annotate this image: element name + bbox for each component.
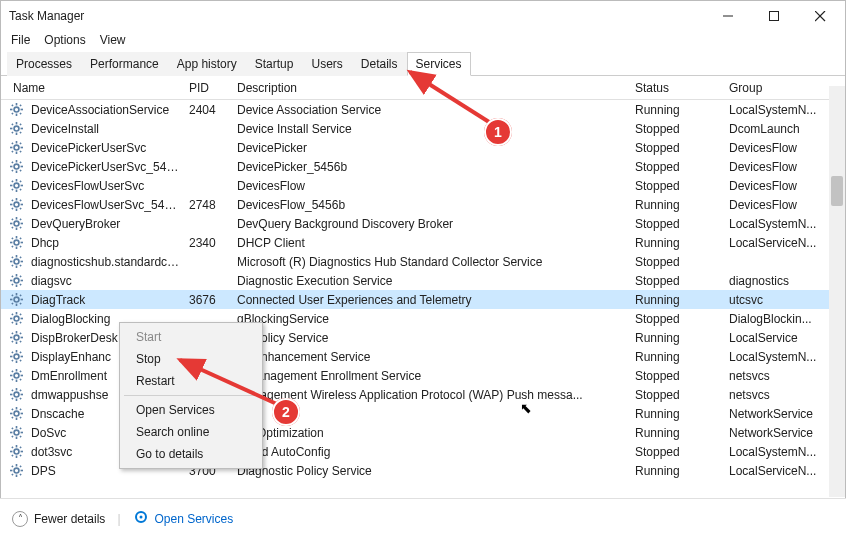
col-pid[interactable]: PID (185, 81, 233, 95)
col-name[interactable]: Name (9, 81, 185, 95)
cell-name: DiagTrack (27, 293, 185, 307)
svg-rect-140 (15, 388, 17, 390)
svg-rect-57 (19, 207, 21, 209)
svg-rect-34 (10, 166, 12, 168)
tab-users[interactable]: Users (302, 52, 351, 76)
svg-rect-9 (11, 104, 13, 106)
svg-rect-37 (19, 161, 21, 163)
scrollbar-thumb[interactable] (831, 176, 843, 206)
svg-point-49 (14, 202, 19, 207)
menu-file[interactable]: File (11, 33, 30, 47)
svg-rect-181 (19, 465, 21, 467)
svg-point-22 (14, 145, 19, 150)
svg-rect-59 (15, 217, 17, 219)
svg-point-139 (14, 392, 19, 397)
table-row[interactable]: Dhcp2340DHCP ClientRunningLocalServiceN.… (1, 233, 845, 252)
menu-view[interactable]: View (100, 33, 126, 47)
svg-rect-6 (15, 114, 17, 116)
menu-options[interactable]: Options (44, 33, 85, 47)
svg-rect-38 (11, 169, 13, 171)
cell-group: LocalSystemN... (725, 217, 821, 231)
svg-rect-146 (11, 397, 13, 399)
gear-icon (9, 103, 23, 117)
svg-rect-71 (20, 242, 22, 244)
fewer-details-button[interactable]: ˄ Fewer details (12, 511, 105, 527)
fewer-details-label: Fewer details (34, 512, 105, 526)
svg-rect-102 (19, 302, 21, 304)
svg-rect-65 (11, 226, 13, 228)
cell-desc: DevicesFlow (233, 179, 631, 193)
cell-pid: 3676 (185, 293, 233, 307)
scrollbar[interactable] (829, 86, 845, 497)
svg-rect-109 (19, 313, 21, 315)
svg-rect-19 (19, 123, 21, 125)
maximize-button[interactable] (751, 1, 797, 31)
svg-rect-87 (15, 285, 17, 287)
cell-group: LocalServiceN... (725, 236, 821, 250)
svg-rect-24 (15, 152, 17, 154)
cell-pid: 2748 (185, 198, 233, 212)
svg-rect-170 (20, 451, 22, 453)
tab-processes[interactable]: Processes (7, 52, 81, 76)
svg-rect-72 (11, 237, 13, 239)
svg-rect-90 (11, 275, 13, 277)
svg-point-58 (14, 221, 19, 226)
gear-icon (9, 312, 23, 326)
gear-icon (9, 350, 23, 364)
minimize-button[interactable] (705, 1, 751, 31)
svg-rect-52 (10, 204, 12, 206)
table-row[interactable]: DiagTrack3676Connected User Experiences … (1, 290, 845, 309)
cell-status: Running (631, 407, 725, 421)
cell-status: Running (631, 293, 725, 307)
svg-rect-100 (19, 294, 21, 296)
cell-desc: Diagnostic Policy Service (233, 464, 631, 478)
svg-rect-113 (15, 331, 17, 333)
svg-rect-89 (20, 280, 22, 282)
open-services-link[interactable]: Open Services (133, 509, 234, 528)
svg-rect-167 (15, 445, 17, 447)
col-status[interactable]: Status (631, 81, 725, 95)
svg-rect-78 (15, 266, 17, 268)
svg-rect-33 (15, 171, 17, 173)
table-row[interactable]: DevicePickerUserSvc_5456bDevicePicker_54… (1, 157, 845, 176)
table-row[interactable]: DevicesFlowUserSvcDevicesFlowStoppedDevi… (1, 176, 845, 195)
gear-icon (9, 388, 23, 402)
cell-status: Stopped (631, 369, 725, 383)
tab-startup[interactable]: Startup (246, 52, 303, 76)
svg-rect-26 (20, 147, 22, 149)
svg-rect-161 (20, 432, 22, 434)
svg-point-13 (14, 126, 19, 131)
svg-rect-36 (11, 161, 13, 163)
svg-rect-118 (19, 332, 21, 334)
svg-rect-91 (19, 275, 21, 277)
table-row[interactable]: DevicesFlowUserSvc_5456b2748DevicesFlow_… (1, 195, 845, 214)
ctx-item-search-online[interactable]: Search online (122, 421, 260, 443)
svg-rect-174 (19, 454, 21, 456)
cell-desc: Diagnostic Execution Service (233, 274, 631, 288)
svg-point-112 (14, 335, 19, 340)
tab-app-history[interactable]: App history (168, 52, 246, 76)
svg-rect-153 (11, 408, 13, 410)
svg-rect-168 (15, 456, 17, 458)
cell-status: Stopped (631, 312, 725, 326)
svg-rect-176 (15, 464, 17, 466)
table-row[interactable]: DevQueryBrokerDevQuery Background Discov… (1, 214, 845, 233)
tab-performance[interactable]: Performance (81, 52, 168, 76)
svg-rect-180 (11, 465, 13, 467)
cell-group: DevicesFlow (725, 179, 821, 193)
cell-group: NetworkService (725, 407, 821, 421)
gear-icon (9, 445, 23, 459)
col-group[interactable]: Group (725, 81, 821, 95)
svg-rect-159 (15, 437, 17, 439)
svg-rect-135 (11, 370, 13, 372)
table-row[interactable]: diagsvcDiagnostic Execution ServiceStopp… (1, 271, 845, 290)
cell-group: LocalSystemN... (725, 103, 821, 117)
ctx-item-go-to-details[interactable]: Go to details (122, 443, 260, 465)
svg-rect-162 (11, 427, 13, 429)
svg-rect-30 (19, 150, 21, 152)
svg-rect-8 (20, 109, 22, 111)
table-row[interactable]: diagnosticshub.standardco...Microsoft (R… (1, 252, 845, 271)
svg-point-121 (14, 354, 19, 359)
close-button[interactable] (797, 1, 843, 31)
svg-rect-126 (11, 351, 13, 353)
